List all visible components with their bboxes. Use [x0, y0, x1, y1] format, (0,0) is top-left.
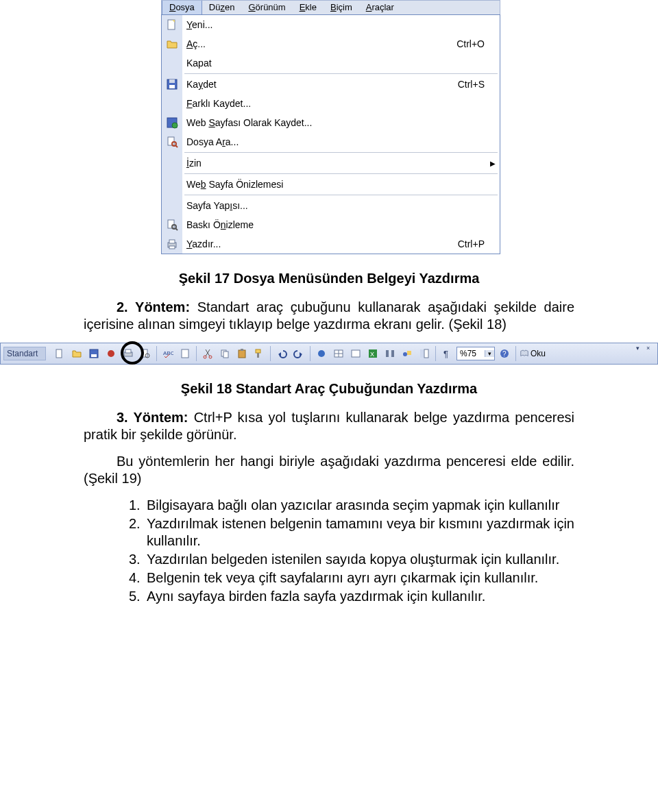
tb-redo-icon[interactable] — [291, 346, 306, 361]
svg-point-6 — [172, 123, 178, 128]
menuitem-farkli-kaydet[interactable]: Farklı Kaydet... — [182, 94, 500, 113]
menuitem-kapat[interactable]: Kapat — [182, 53, 500, 73]
circle-annotation — [121, 341, 144, 365]
menu-ekle[interactable]: Ekle — [293, 1, 324, 14]
list-item: 3.Yazdırılan belgeden istenilen sayıda k… — [129, 551, 574, 568]
tb-docmap-icon[interactable] — [417, 346, 432, 361]
tb-paste-icon[interactable] — [234, 346, 249, 361]
menuitem-yazdir[interactable]: Yazdır...Ctrl+P — [182, 234, 500, 254]
menu-bicim[interactable]: Biçim — [324, 1, 359, 14]
svg-rect-3 — [169, 85, 175, 88]
svg-rect-18 — [91, 354, 97, 357]
tb-drawing-icon[interactable] — [400, 346, 415, 361]
tb-columns-icon[interactable] — [382, 346, 398, 361]
list-item: 4.Belgenin tek veya çift sayfalarını ayr… — [129, 569, 574, 587]
svg-rect-46 — [407, 351, 411, 355]
standart-toolbar: Standart ABC X — [0, 343, 658, 365]
toolbar-separator — [270, 346, 271, 361]
zoom-combo[interactable]: %75▾ — [456, 347, 495, 360]
svg-point-27 — [209, 356, 212, 358]
empty-icon — [162, 175, 182, 194]
menuitem-yeni[interactable]: Yeni... — [182, 15, 500, 34]
tb-hyperlink-icon[interactable] — [314, 346, 329, 361]
menuitem-dosya-ara[interactable]: Dosya Ara... — [182, 132, 500, 151]
toolbar-separator — [196, 346, 197, 361]
menu-separator — [184, 195, 498, 195]
svg-point-19 — [108, 350, 114, 357]
file-dropdown: Yeni... Aç...Ctrl+O Kapat KaydetCtrl+S F… — [161, 14, 500, 254]
menu-araclar[interactable]: Araçlar — [359, 1, 401, 14]
menubar: Dosya Düzen Görünüm Ekle Biçim Araçlar — [161, 0, 500, 15]
svg-point-26 — [204, 356, 206, 358]
tb-undo-icon[interactable] — [274, 346, 289, 361]
shortcut-label: Ctrl+P — [458, 238, 500, 249]
svg-line-9 — [175, 145, 178, 147]
menu-duzen[interactable]: Düzen — [202, 1, 242, 14]
svg-line-12 — [175, 228, 178, 230]
paragraph-method-3: 3. Yöntem: Ctrl+P kısa yol tuşlarını kul… — [84, 409, 574, 443]
svg-rect-16 — [56, 349, 62, 358]
menu-dosya[interactable]: Dosya — [162, 1, 202, 14]
svg-text:¶: ¶ — [443, 349, 448, 359]
tb-open-icon[interactable] — [69, 346, 84, 361]
svg-rect-32 — [256, 349, 260, 353]
svg-rect-48 — [424, 349, 428, 358]
tb-permission-icon[interactable] — [103, 346, 119, 361]
menuitem-web-onizleme[interactable]: Web Sayfa Önizlemesi — [182, 175, 500, 194]
svg-rect-15 — [169, 246, 175, 249]
menu-separator — [184, 152, 498, 153]
open-icon — [162, 34, 182, 53]
svg-rect-33 — [257, 353, 259, 358]
toolbar-title[interactable]: Standart — [3, 347, 46, 360]
toolbar-window-controls: ▾× — [636, 345, 655, 352]
menu-gorunum[interactable]: Görünüm — [241, 1, 292, 14]
tb-excel-icon[interactable]: X — [365, 346, 380, 361]
svg-rect-44 — [391, 350, 394, 357]
toolbar-separator — [515, 346, 516, 361]
tb-format-painter-icon[interactable] — [252, 346, 267, 361]
svg-rect-4 — [169, 79, 175, 83]
tb-tables-icon[interactable] — [331, 346, 346, 361]
numbered-list: 1.Bilgisayara bağlı olan yazıcılar arası… — [84, 497, 574, 605]
svg-rect-40 — [352, 350, 360, 357]
tb-new-icon[interactable] — [52, 346, 67, 361]
menuitem-izin[interactable]: İzin▶ — [182, 153, 500, 173]
menu-separator — [184, 73, 498, 74]
empty-icon — [162, 196, 182, 215]
menuitem-sayfa-yapisi[interactable]: Sayfa Yapısı... — [182, 196, 500, 215]
tb-insert-table-icon[interactable] — [348, 346, 363, 361]
save-icon — [162, 75, 182, 94]
toolbar-dropdown-icon[interactable]: ▾ — [636, 345, 644, 352]
paragraph-method-2: 2. Yöntem: Standart araç çubuğunu kullan… — [84, 299, 574, 333]
empty-icon — [162, 53, 182, 73]
svg-text:?: ? — [502, 350, 507, 358]
toolbar-close-icon[interactable]: × — [646, 345, 655, 352]
menuitem-ac[interactable]: Aç...Ctrl+O — [182, 34, 500, 53]
svg-rect-29 — [223, 352, 228, 358]
menuitem-web-kaydet[interactable]: Web Sayfası Olarak Kaydet... — [182, 113, 500, 132]
submenu-arrow-icon: ▶ — [490, 160, 496, 167]
save-web-icon — [162, 113, 182, 132]
tb-read-button[interactable]: Oku — [520, 347, 551, 360]
tb-spellcheck-icon[interactable]: ABC — [160, 346, 175, 361]
toolbar-separator — [156, 346, 157, 361]
tb-show-formatting-icon[interactable]: ¶ — [439, 346, 454, 361]
svg-rect-30 — [239, 350, 245, 358]
list-item: 5.Aynı sayfaya birden fazla sayfa yazdır… — [129, 588, 574, 605]
caption-sekil-17: Şekil 17 Dosya Menüsünden Belgeyi Yazdır… — [84, 271, 574, 286]
new-doc-icon — [162, 15, 182, 34]
menuitem-baski-onizleme[interactable]: Baskı Önizleme — [182, 215, 500, 234]
list-item: 2.Yazdırılmak istenen belgenin tamamını … — [129, 515, 574, 550]
svg-rect-14 — [169, 240, 175, 243]
svg-point-36 — [318, 350, 325, 357]
menuitem-kaydet[interactable]: KaydetCtrl+S — [182, 75, 500, 94]
tb-save-icon[interactable] — [86, 346, 101, 361]
tb-help-icon[interactable]: ? — [497, 346, 512, 361]
tb-research-icon[interactable] — [178, 346, 193, 361]
paragraph-summary: Bu yöntemlerin her hangi biriyle aşağıda… — [84, 453, 574, 487]
tb-cut-icon[interactable] — [200, 346, 215, 361]
list-item: 1.Bilgisayara bağlı olan yazıcılar arası… — [129, 497, 574, 514]
toolbar-separator — [435, 346, 436, 361]
tb-copy-icon[interactable] — [217, 346, 232, 361]
chevron-down-icon: ▾ — [485, 350, 494, 357]
